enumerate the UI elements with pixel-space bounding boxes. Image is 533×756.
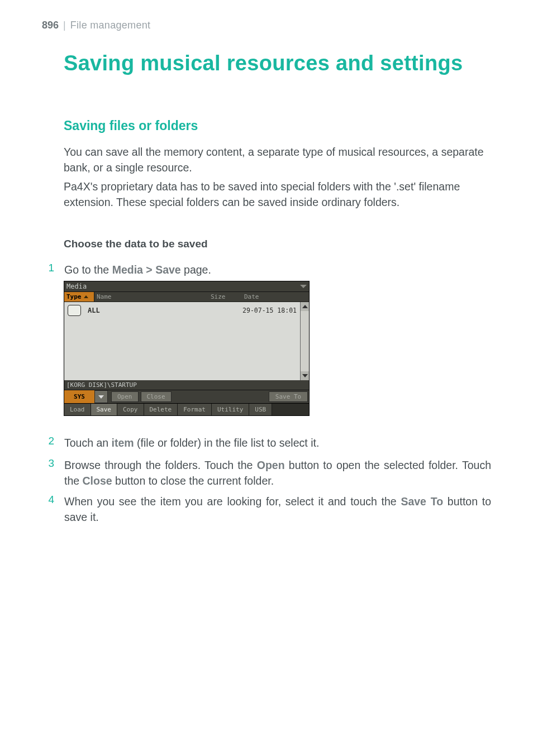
- window-titlebar: Media: [64, 281, 309, 292]
- highlight: Close: [83, 475, 112, 487]
- text: (file or folder) in the file list to sel…: [134, 437, 320, 449]
- sort-asc-icon: [84, 295, 88, 298]
- scroll-down-icon[interactable]: [301, 371, 309, 380]
- col-type-label: Type: [66, 293, 82, 300]
- text: When you see the item you are looking fo…: [64, 495, 401, 508]
- text: Browse through the folders. Touch the: [64, 459, 257, 471]
- step-text: Browse through the folders. Touch the Op…: [64, 457, 491, 489]
- path-bar: [KORG DISK]\STARTUP: [64, 380, 309, 390]
- step-text: Go to the Media > Save page.: [64, 262, 491, 277]
- control-bar: SYS Open Close Save To: [64, 390, 309, 403]
- section-heading: Saving files or folders: [64, 118, 198, 133]
- step-2: 2 Touch an item (file or folder) in the …: [42, 435, 491, 451]
- window-title: Media: [66, 283, 87, 290]
- col-size[interactable]: Size: [208, 292, 242, 302]
- tab-copy[interactable]: Copy: [117, 404, 144, 415]
- tab-save[interactable]: Save: [91, 404, 118, 415]
- tab-bar: Load Save Copy Delete Format Utility USB: [64, 403, 309, 415]
- text: Touch an: [64, 437, 112, 449]
- pipe: |: [63, 20, 66, 31]
- page-title: Saving musical resources and settings: [64, 51, 491, 75]
- media-save-screenshot: Media Type Name Size Date ALL 29-07-15 1…: [64, 281, 310, 416]
- text: Go to the: [64, 264, 112, 276]
- step-number: 4: [42, 494, 54, 506]
- highlight: Media > Save: [112, 264, 181, 276]
- step-text: When you see the item you are looking fo…: [64, 494, 491, 525]
- menu-dropdown-icon[interactable]: [300, 285, 307, 288]
- col-type[interactable]: Type: [64, 292, 94, 302]
- list-item[interactable]: ALL 29-07-15 18:01: [64, 302, 300, 319]
- step-number: 2: [42, 435, 54, 447]
- item-date: 29-07-15 18:01: [237, 307, 297, 314]
- col-date[interactable]: Date: [242, 292, 309, 302]
- step-number: 1: [42, 262, 54, 274]
- folder-icon: [68, 305, 81, 316]
- tab-usb[interactable]: USB: [249, 404, 272, 415]
- close-button[interactable]: Close: [141, 391, 172, 402]
- scroll-up-icon[interactable]: [301, 302, 309, 311]
- file-list[interactable]: ALL 29-07-15 18:01: [64, 302, 300, 380]
- sub-heading: Choose the data to be saved: [64, 238, 208, 250]
- step-1: 1 Go to the Media > Save page.: [42, 262, 491, 277]
- highlight: Save To: [401, 495, 443, 508]
- column-headers: Type Name Size Date: [64, 292, 309, 302]
- text: page.: [181, 264, 211, 276]
- chevron-down-icon: [98, 395, 104, 399]
- step-4: 4 When you see the item you are looking …: [42, 494, 491, 525]
- section-name: File management: [70, 20, 151, 31]
- page-number: 896: [42, 20, 59, 31]
- tab-utility[interactable]: Utility: [212, 404, 249, 415]
- tab-format[interactable]: Format: [178, 404, 212, 415]
- highlight: Open: [257, 459, 285, 471]
- step-3: 3 Browse through the folders. Touch the …: [42, 457, 491, 489]
- step-number: 3: [42, 457, 54, 470]
- tab-load[interactable]: Load: [64, 404, 91, 415]
- page-header: 896 | File management: [42, 20, 491, 31]
- highlight: item: [112, 437, 134, 449]
- text: button to close the current folder.: [112, 475, 274, 487]
- save-to-button[interactable]: Save To: [269, 391, 308, 402]
- item-name: ALL: [88, 307, 207, 314]
- col-name[interactable]: Name: [94, 292, 208, 302]
- step-text: Touch an item (file or folder) in the fi…: [64, 435, 491, 451]
- intro-paragraph-2: Pa4X's proprietary data has to be saved …: [64, 179, 491, 210]
- intro-paragraph-1: You can save all the memory content, a s…: [64, 144, 491, 176]
- drive-selector[interactable]: SYS: [64, 390, 94, 403]
- list-empty-area: [64, 319, 300, 380]
- open-button[interactable]: Open: [111, 391, 139, 402]
- scrollbar[interactable]: [300, 302, 309, 380]
- tab-delete[interactable]: Delete: [144, 404, 178, 415]
- drive-dropdown[interactable]: [94, 390, 108, 403]
